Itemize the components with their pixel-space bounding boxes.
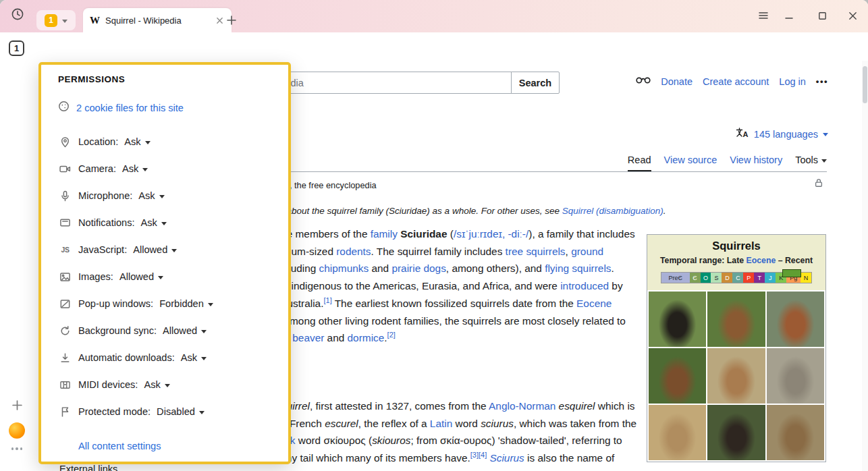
page-protection-lock-icon[interactable] bbox=[814, 178, 823, 190]
create-account-link[interactable]: Create account bbox=[703, 76, 769, 87]
timeline-period[interactable]: PreЄ bbox=[661, 273, 690, 283]
notifications-icon bbox=[58, 217, 72, 229]
permission-value-dropdown[interactable]: Allowed bbox=[119, 271, 163, 282]
timeline-period[interactable]: Є bbox=[690, 273, 701, 283]
permission-row: JSJavaScript:Allowed bbox=[58, 236, 281, 263]
wiki-link[interactable]: chipmunks bbox=[319, 262, 369, 274]
permission-value-dropdown[interactable]: Ask bbox=[124, 136, 150, 147]
wiki-link[interactable]: Anglo-Norman bbox=[489, 400, 555, 412]
permission-value-dropdown[interactable]: Ask bbox=[144, 379, 169, 390]
scrollbar-thumb[interactable] bbox=[863, 66, 867, 103]
new-tab-button[interactable] bbox=[223, 11, 240, 29]
text-segment: escurel bbox=[325, 418, 358, 429]
close-button[interactable] bbox=[844, 7, 861, 24]
permission-value-dropdown[interactable]: Disabled bbox=[157, 406, 205, 417]
permission-label: Microphone: bbox=[78, 190, 132, 201]
menu-icon[interactable] bbox=[755, 7, 772, 24]
chevron-down-icon bbox=[821, 159, 827, 163]
wiki-link[interactable]: /sɪˈjuːrɪdeɪ, -diː-/ bbox=[454, 228, 528, 240]
permission-value-dropdown[interactable]: Allowed bbox=[163, 325, 207, 336]
permission-value-dropdown[interactable]: Ask bbox=[141, 217, 167, 228]
squirrel-photo[interactable] bbox=[707, 292, 765, 347]
tab-group[interactable]: 1 bbox=[36, 10, 76, 30]
text-segment: by bbox=[609, 280, 623, 292]
user-menu-icon[interactable]: ••• bbox=[816, 76, 828, 86]
text-segment: ; from σκία-ουρος) 'shadow-tailed', refe… bbox=[410, 435, 622, 446]
squirrel-photo[interactable] bbox=[767, 405, 824, 460]
window-titlebar: 1 W Squirrel - Wikipedia bbox=[0, 0, 868, 32]
wiki-link[interactable]: ground bbox=[571, 246, 603, 257]
wikipedia-search-button[interactable]: Search bbox=[511, 72, 560, 94]
wiki-link[interactable]: Eocene bbox=[576, 298, 612, 309]
all-content-settings-link[interactable]: All content settings bbox=[78, 441, 161, 451]
wiki-link[interactable]: Latin bbox=[430, 418, 452, 429]
sidebar-add-button[interactable] bbox=[9, 397, 24, 412]
squirrel-photo[interactable] bbox=[649, 405, 706, 460]
tab-view-source[interactable]: View source bbox=[664, 155, 717, 170]
timeline-period[interactable]: N bbox=[801, 273, 811, 283]
timeline-period[interactable]: S bbox=[711, 273, 722, 283]
page-scrollbar bbox=[862, 61, 868, 471]
permission-value-dropdown[interactable]: Ask bbox=[138, 190, 164, 201]
wiki-link[interactable]: family bbox=[371, 228, 398, 240]
squirrel-photo[interactable] bbox=[649, 348, 706, 404]
wiki-link[interactable]: flying squirrels bbox=[545, 262, 611, 274]
permission-row: Notifications:Ask bbox=[58, 209, 281, 236]
temporal-range-marker bbox=[782, 269, 801, 277]
wiki-link[interactable]: Squirrel (disambiguation) bbox=[562, 206, 663, 216]
timeline-period[interactable]: D bbox=[722, 273, 732, 283]
permission-value-dropdown[interactable]: Forbidden bbox=[159, 298, 213, 309]
permission-label: JavaScript: bbox=[78, 244, 127, 255]
permission-label: Camera: bbox=[78, 163, 116, 174]
tab-read[interactable]: Read bbox=[628, 155, 651, 171]
squirrel-photo[interactable] bbox=[767, 348, 824, 404]
permission-label: Background sync: bbox=[78, 325, 157, 336]
history-clock-icon[interactable] bbox=[9, 6, 26, 22]
squirrel-photo[interactable] bbox=[707, 405, 765, 460]
maximize-button[interactable] bbox=[813, 7, 831, 24]
permission-value-dropdown[interactable]: Allowed bbox=[133, 244, 177, 255]
language-icon: A bbox=[736, 128, 749, 140]
permission-value-dropdown[interactable]: Ask bbox=[181, 352, 207, 363]
squirrel-photo[interactable] bbox=[649, 292, 706, 347]
permission-label: Pop-up windows: bbox=[78, 298, 153, 309]
cookie-files-link[interactable]: 2 cookie files for this site bbox=[76, 103, 184, 113]
sidebar-tab-group-badge[interactable]: 1 bbox=[9, 40, 24, 56]
citation-link[interactable]: [3] bbox=[470, 451, 479, 459]
squirrel-photo[interactable] bbox=[767, 292, 824, 347]
wiki-link[interactable]: Eocene bbox=[747, 256, 776, 265]
timeline-period[interactable]: J bbox=[765, 273, 776, 283]
citation-link[interactable]: [4] bbox=[479, 451, 487, 459]
squirrel-photo[interactable] bbox=[707, 348, 765, 404]
wiki-link[interactable]: Sciurus bbox=[489, 452, 524, 464]
wiki-link[interactable]: rodents bbox=[336, 246, 371, 257]
text-segment: . bbox=[663, 206, 666, 216]
citation-link[interactable]: [2] bbox=[387, 331, 396, 339]
permission-row: Camera:Ask bbox=[58, 155, 281, 182]
citation-link[interactable]: [1] bbox=[323, 296, 331, 304]
sidebar-more-icon[interactable] bbox=[9, 445, 24, 452]
alice-icon[interactable] bbox=[9, 422, 25, 439]
timeline-period[interactable]: P bbox=[743, 273, 754, 283]
login-link[interactable]: Log in bbox=[779, 76, 806, 87]
donate-link[interactable]: Donate bbox=[661, 76, 693, 87]
wiki-link[interactable]: prairie dogs bbox=[391, 262, 445, 274]
wiki-link[interactable]: tree squirrels bbox=[506, 246, 566, 257]
svg-text:A: A bbox=[742, 130, 748, 138]
browser-tab[interactable]: W Squirrel - Wikipedia bbox=[83, 8, 232, 32]
minimize-button[interactable] bbox=[780, 7, 798, 24]
tab-view-history[interactable]: View history bbox=[730, 155, 782, 170]
browser-window: 1 W Squirrel - Wikipedia bbox=[0, 0, 868, 471]
languages-selector[interactable]: A 145 languages bbox=[736, 128, 828, 140]
glasses-icon[interactable] bbox=[636, 76, 651, 87]
midi-icon bbox=[58, 379, 72, 391]
tab-tools[interactable]: Tools bbox=[795, 155, 827, 170]
toc-item-external-links[interactable]: External links bbox=[59, 464, 117, 471]
wiki-link[interactable]: introduced bbox=[560, 280, 609, 292]
permission-value-dropdown[interactable]: Ask bbox=[122, 163, 148, 174]
timeline-period[interactable]: C bbox=[732, 273, 743, 283]
wiki-link[interactable]: dormice bbox=[348, 332, 385, 343]
timeline-period[interactable]: T bbox=[754, 273, 765, 283]
chevron-down-icon bbox=[62, 20, 67, 23]
timeline-period[interactable]: O bbox=[701, 273, 711, 283]
